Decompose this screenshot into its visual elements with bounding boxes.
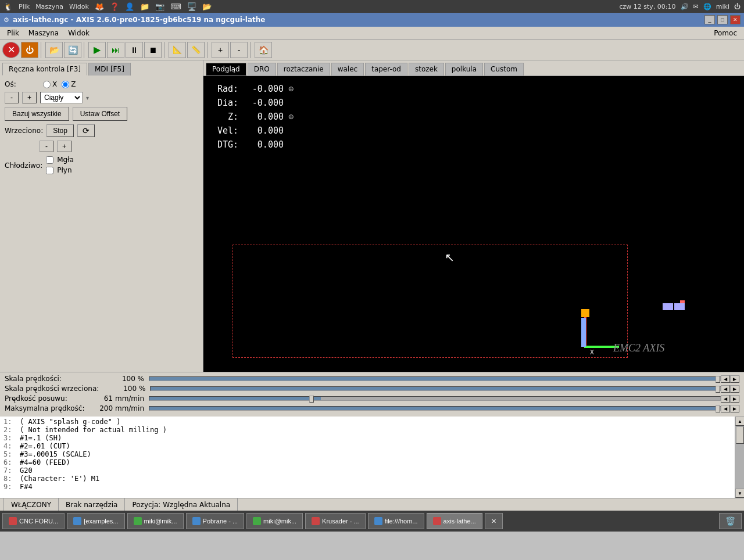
spindle-speed-handle[interactable]	[716, 386, 720, 393]
feed-rate-minus[interactable]: ◄	[721, 395, 730, 403]
scroll-up-button[interactable]: ▲	[735, 417, 744, 426]
feed-rate-plus[interactable]: ►	[730, 395, 739, 403]
menu-pomoc[interactable]: Pomoc	[709, 28, 742, 38]
max-speed-minus[interactable]: ◄	[721, 405, 730, 412]
tab-stozek[interactable]: stozek	[409, 63, 444, 76]
axis-x-radio[interactable]	[43, 81, 51, 88]
touchoff-fixture-button[interactable]: 📏	[187, 42, 205, 58]
axis-z-option[interactable]: Z	[62, 80, 76, 88]
menu-programy[interactable]: Plik	[19, 3, 30, 10]
jog-mode-select[interactable]: Ciągły Krokowy	[40, 92, 83, 103]
taskbar-trash[interactable]: 🗑️	[719, 513, 742, 529]
tab-podglad[interactable]: Podgląd	[206, 63, 246, 76]
taskbar-examples[interactable]: [examples...	[67, 513, 124, 529]
max-speed-track[interactable]	[149, 406, 721, 411]
step-button[interactable]: ⏭	[107, 42, 124, 58]
dro-z-value: 0.000	[243, 110, 284, 124]
stop-button[interactable]: ⏹	[144, 42, 162, 58]
title-bar-controls[interactable]: _ □ ✕	[704, 15, 741, 24]
close-button[interactable]: ✕	[730, 15, 741, 24]
speed-scale-minus[interactable]: ◄	[721, 375, 730, 383]
reload-button[interactable]: 🔄	[64, 42, 81, 58]
spindle-stop-button[interactable]: Stop	[46, 124, 74, 137]
spindle-speed-track[interactable]	[150, 386, 721, 391]
jog-plus-button[interactable]: +	[22, 92, 37, 103]
plyn-option[interactable]: Płyn	[46, 166, 74, 174]
taskbar-miki-2[interactable]: miki@mik...	[246, 513, 303, 529]
menu-widok[interactable]: Widok	[63, 28, 94, 38]
gcode-line-num: 3:	[3, 434, 15, 442]
gcode-line: 6:#4=60 (FEED)	[3, 458, 731, 466]
feed-rate-handle[interactable]	[309, 396, 314, 403]
tab-taper-od[interactable]: taper-od	[365, 63, 407, 76]
gcode-line-text: (Character: 'E') M1	[20, 475, 99, 483]
mgla-checkbox[interactable]	[46, 156, 53, 164]
tab-mdi[interactable]: MDI [F5]	[88, 63, 131, 76]
taskbar-pobrane[interactable]: Pobrane - ...	[186, 513, 245, 529]
max-speed-handle[interactable]	[716, 405, 720, 412]
minimize-button[interactable]: _	[704, 15, 715, 24]
taskbar-file-icon	[374, 517, 382, 525]
display-area: Rad: -0.000 ⊕ Dia: -0.000 Z: 0.000 ⊕ Vel…	[203, 76, 744, 372]
zoom-out-button[interactable]: -	[230, 42, 248, 58]
speed-scale-track[interactable]	[149, 376, 721, 381]
dro-z-label: Z:	[215, 110, 238, 124]
maximize-button[interactable]: □	[717, 15, 728, 24]
spindle-speed-plus-button[interactable]: +	[57, 141, 71, 152]
max-speed-plus[interactable]: ►	[730, 405, 739, 412]
gcode-line-num: 9:	[3, 483, 15, 491]
spindle-speed-minus[interactable]: ◄	[721, 385, 730, 393]
plyn-checkbox[interactable]	[46, 167, 53, 174]
tab-manual-control[interactable]: Ręczna kontrola [F3]	[2, 63, 87, 76]
feed-rate-track[interactable]	[149, 396, 721, 401]
spindle-speed-minus-button[interactable]: -	[40, 141, 53, 152]
scroll-thumb[interactable]	[736, 426, 744, 444]
bazuj-wszystkie-button[interactable]: Bazuj wszystkie	[5, 107, 69, 121]
pause-button[interactable]: ⏸	[126, 42, 143, 58]
tab-custom[interactable]: Custom	[484, 63, 524, 76]
power-button[interactable]: ⏻	[21, 42, 38, 58]
mgla-option[interactable]: Mgła	[46, 156, 74, 164]
menu-plik[interactable]: Plik	[2, 28, 24, 38]
run-button[interactable]: ▶	[88, 42, 106, 58]
taskbar-close[interactable]: ✕	[485, 513, 503, 529]
home-view-button[interactable]: 🏠	[255, 42, 272, 58]
ustaw-offset-button[interactable]: Ustaw Offset	[73, 107, 127, 121]
gcode-scrollbar[interactable]: ▲ ▼	[735, 417, 744, 498]
scroll-track[interactable]	[735, 426, 744, 489]
gcode-content[interactable]: 1:( AXIS "splash g-code" )2:( Not intend…	[0, 417, 735, 498]
tab-polkula[interactable]: polkula	[445, 63, 483, 76]
axis-x-option[interactable]: X	[43, 80, 57, 88]
power-icon: ⏻	[734, 3, 741, 10]
taskbar-axis-lathe[interactable]: axis-lathe...	[427, 513, 482, 529]
scroll-down-button[interactable]: ▼	[735, 489, 744, 498]
taskbar-miki-1[interactable]: miki@mik...	[127, 513, 184, 529]
menu-system[interactable]: Widok	[69, 3, 89, 10]
open-file-button[interactable]: 📂	[45, 42, 63, 58]
axis-z-radio[interactable]	[62, 81, 69, 88]
tab-walec[interactable]: walec	[331, 63, 364, 76]
menu-miejsca[interactable]: Maszyna	[35, 3, 63, 10]
tab-roztaczanie[interactable]: roztaczanie	[277, 63, 330, 76]
gcode-line-text: #2=.01 (CUT)	[20, 442, 70, 450]
taskbar-file[interactable]: file:///hom...	[368, 513, 424, 529]
dro-dia-row: Dia: -0.000	[215, 96, 294, 110]
taskbar-krusader[interactable]: Krusader - ...	[305, 513, 366, 529]
speed-scale-plus[interactable]: ►	[730, 375, 739, 383]
menu-maszyna[interactable]: Maszyna	[24, 28, 63, 38]
tab-dro[interactable]: DRO	[248, 63, 276, 76]
volume-icon: 🔊	[681, 3, 689, 10]
toolbar-sep-4	[207, 42, 209, 58]
estop-button[interactable]: ✕	[2, 42, 20, 58]
zoom-in-button[interactable]: +	[212, 42, 229, 58]
taskbar-cnc-forum[interactable]: CNC FORU...	[2, 513, 65, 529]
gcode-line-num: 8:	[3, 475, 15, 483]
dro-z-icon: ⊕	[288, 110, 294, 124]
axis-label: Oś:	[5, 80, 40, 88]
spindle-speed-plus[interactable]: ►	[730, 385, 739, 393]
spindle-rotate-button[interactable]: ⟳	[77, 124, 95, 137]
speed-scale-handle[interactable]	[716, 376, 720, 383]
axis-radio-group: X Z	[43, 80, 76, 88]
touchoff-button[interactable]: 📐	[169, 42, 186, 58]
jog-minus-button[interactable]: -	[5, 92, 19, 103]
